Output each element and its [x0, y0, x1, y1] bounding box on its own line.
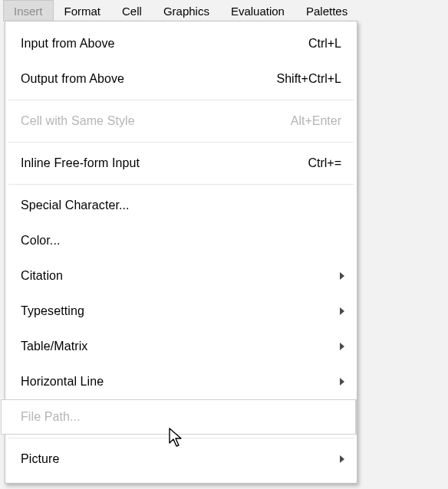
menubar-item-insert[interactable]: Insert: [3, 0, 54, 21]
menu-label: Inline Free-form Input: [21, 156, 257, 170]
menu-label: Citation: [21, 269, 341, 283]
menu-label: Picture: [21, 452, 341, 466]
menu-item-input-from-above[interactable]: Input from Above Ctrl+L: [5, 26, 357, 61]
menu-label: Color...: [21, 234, 341, 248]
chevron-right-icon: [340, 307, 344, 315]
menu-label: Input from Above: [21, 37, 257, 51]
chevron-right-icon: [340, 455, 344, 463]
chevron-right-icon: [340, 378, 344, 386]
menubar-item-palettes[interactable]: Palettes: [295, 0, 358, 21]
menu-shortcut: Ctrl+L: [265, 37, 341, 51]
menubar-item-graphics[interactable]: Graphics: [153, 0, 220, 21]
menu-label: File Path...: [21, 410, 341, 424]
menubar: Insert Format Cell Graphics Evaluation P…: [0, 0, 448, 21]
menu-item-citation[interactable]: Citation: [5, 258, 357, 294]
menu-item-file-path: File Path...: [5, 399, 357, 435]
menu-item-output-from-above[interactable]: Output from Above Shift+Ctrl+L: [5, 61, 357, 97]
menu-item-inline-free-form-input[interactable]: Inline Free-form Input Ctrl+=: [5, 146, 357, 181]
menubar-label: Palettes: [306, 5, 348, 18]
menu-item-special-character[interactable]: Special Character...: [5, 188, 357, 223]
menubar-label: Cell: [122, 5, 142, 18]
menu-label: Output from Above: [21, 72, 257, 86]
menu-item-horizontal-line[interactable]: Horizontal Line: [5, 364, 357, 399]
menubar-item-format[interactable]: Format: [54, 0, 112, 21]
chevron-right-icon: [340, 343, 344, 350]
menubar-item-evaluation[interactable]: Evaluation: [220, 0, 295, 21]
menu-item-color[interactable]: Color...: [5, 223, 357, 258]
menubar-label: Insert: [14, 5, 43, 18]
menu-item-picture[interactable]: Picture: [5, 441, 357, 477]
menu-label: Typesetting: [21, 304, 341, 318]
menubar-label: Graphics: [163, 5, 209, 18]
menu-shortcut: Ctrl+=: [265, 156, 341, 170]
menubar-item-cell[interactable]: Cell: [111, 0, 153, 21]
menu-shortcut: Alt+Enter: [265, 114, 341, 128]
menu-shortcut: Shift+Ctrl+L: [265, 72, 341, 86]
menu-separator: [8, 142, 354, 143]
menubar-label: Format: [64, 5, 101, 18]
menubar-label: Evaluation: [231, 5, 285, 18]
menu-item-typesetting[interactable]: Typesetting: [5, 294, 357, 329]
menu-separator: [8, 184, 354, 185]
menu-label: Horizontal Line: [21, 375, 341, 389]
menu-item-table-matrix[interactable]: Table/Matrix: [5, 329, 357, 364]
chevron-right-icon: [340, 272, 344, 280]
menu-item-cell-with-same-style: Cell with Same Style Alt+Enter: [5, 103, 357, 139]
menu-label: Cell with Same Style: [21, 114, 257, 128]
insert-dropdown: Input from Above Ctrl+L Output from Abov…: [5, 21, 357, 484]
menu-label: Table/Matrix: [21, 340, 341, 353]
menu-separator: [8, 100, 354, 100]
menu-separator: [8, 438, 354, 438]
menu-label: Special Character...: [21, 199, 341, 212]
